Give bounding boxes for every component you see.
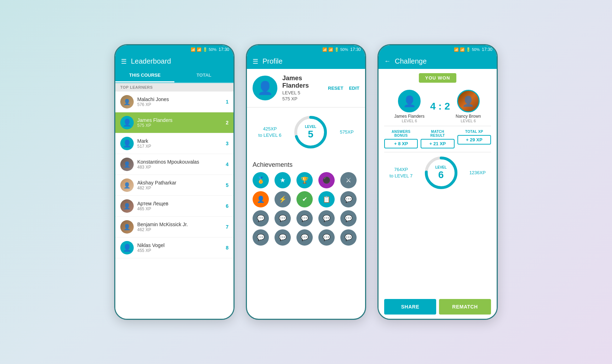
learner-info: Akshay Patharkar 482 XP <box>137 180 222 190</box>
status-bar-1: 📶 📶 🔋 50% 17:30 <box>115 45 233 54</box>
learner-rank: 5 <box>226 182 229 188</box>
status-icons-3: 📶 📶 🔋 50% <box>454 47 480 52</box>
banner-row: YOU WON <box>379 69 497 87</box>
achievement-icon: ⚫ <box>318 172 335 188</box>
xp-to-next: 425XP to LEVEL 6 <box>258 126 281 139</box>
bonus-total: TOTAL XP + 29 XP <box>457 130 491 148</box>
achievement-icon: 💬 <box>253 210 269 227</box>
learner-info: Niklas Vogel 455 XP <box>137 242 222 253</box>
learner-info: Артем Лещев 465 XP <box>137 201 222 211</box>
profile-name: James Flanders <box>282 75 323 89</box>
challenge-content: YOU WON 👤 James Flanders LEVEL 6 4 : 2 👤… <box>379 69 497 319</box>
achievement-icon: 💬 <box>318 229 335 246</box>
tab-total[interactable]: TOTAL <box>174 69 233 82</box>
status-bar-2: 📶 📶 🔋 50% 17:30 <box>247 45 365 54</box>
learner-rank: 7 <box>226 224 229 230</box>
learner-item[interactable]: 👤 Артем Лещев 465 XP 6 <box>115 196 233 217</box>
status-time-1: 17:30 <box>219 47 229 52</box>
top-bar-1: ☰ Leaderboard <box>115 54 233 69</box>
back-icon[interactable]: ← <box>384 58 391 65</box>
spacer <box>379 193 497 295</box>
achievements-grid: 🏅 ★ 🏆 ⚫ ⚔ 👤 ⚡ ✔ 📋 💬 💬 💬 💬 💬 💬 💬 💬 <box>253 172 359 246</box>
hamburger-icon-2[interactable]: ☰ <box>253 58 258 65</box>
achievement-icon: 🏆 <box>296 172 313 188</box>
status-time-3: 17:30 <box>482 47 492 52</box>
avatar: 👤 <box>120 178 134 192</box>
status-icons-2: 📶 📶 🔋 50% <box>322 47 348 52</box>
leaderboard-tabs: THIS COURSE TOTAL <box>115 69 233 83</box>
rematch-button[interactable]: REMATCH <box>439 299 491 315</box>
player1-level: LEVEL 6 <box>394 119 425 123</box>
achievement-icon: 📋 <box>318 191 335 207</box>
profile-avatar: 👤 <box>253 76 277 100</box>
phone-challenge: 📶 📶 🔋 50% 17:30 ← Challenge YOU WON 👤 Ja… <box>377 44 498 320</box>
achievement-icon: 💬 <box>296 210 313 227</box>
bonus-match-label: MATCHRESULT <box>421 130 454 137</box>
achievement-icon: 💬 <box>340 210 357 227</box>
challenge-xp-to-next: 764XP to LEVEL 7 <box>389 166 412 179</box>
tab-this-course[interactable]: THIS COURSE <box>115 69 174 82</box>
level-circle: LEVEL 5 <box>293 115 328 150</box>
player1-name: James Flanders <box>394 114 425 119</box>
learner-name: Niklas Vogel <box>137 242 222 248</box>
avatar-me: 👤 <box>120 116 134 129</box>
profile-actions: RESET EDIT <box>328 86 359 91</box>
achievement-icon: ⚡ <box>275 191 291 207</box>
learner-info: Konstantinos Mpoukouvalas 483 XP <box>137 159 222 170</box>
vs-score: 4 : 2 <box>430 101 450 112</box>
learner-xp-me: 575 XP <box>137 123 222 128</box>
achievement-icon: 💬 <box>340 229 357 246</box>
achievements-section: Achievements 🏅 ★ 🏆 ⚫ ⚔ 👤 ⚡ ✔ 📋 💬 💬 💬 💬 💬 <box>247 157 365 319</box>
xp-section: 425XP to LEVEL 6 LEVEL 5 575XP <box>247 107 365 157</box>
learner-item[interactable]: 👤 Benjamin McKissick Jr. 462 XP 7 <box>115 217 233 237</box>
learner-item[interactable]: 👤 Niklas Vogel 455 XP 8 <box>115 237 233 258</box>
learner-name: Konstantinos Mpoukouvalas <box>137 159 222 165</box>
avatar: 👤 <box>120 241 134 254</box>
top-bar-2: ☰ Profile <box>247 54 365 69</box>
challenge-level-circle: LEVEL 6 <box>423 155 459 190</box>
learner-item[interactable]: 👤 Malachi Jones 576 XP 1 <box>115 92 233 112</box>
reset-button[interactable]: RESET <box>328 86 343 91</box>
learner-item[interactable]: 👤 Konstantinos Mpoukouvalas 483 XP 4 <box>115 154 233 175</box>
learner-xp: 462 XP <box>137 227 222 232</box>
avatar: 👤 <box>120 95 134 108</box>
bonus-answers-value: + 8 XP <box>384 139 418 148</box>
share-button[interactable]: SHARE <box>384 299 436 315</box>
avatar: 👤 <box>120 137 134 150</box>
learner-xp: 483 XP <box>137 165 222 170</box>
leaderboard-title: Leaderboard <box>131 57 171 65</box>
achievement-icon: 💬 <box>296 229 313 246</box>
achievement-icon: ⚔ <box>340 172 357 188</box>
achievement-icon: 💬 <box>253 229 269 246</box>
status-icons-1: 📶 📶 🔋 50% <box>191 47 216 52</box>
learner-item[interactable]: 👤 Mark 517 XP 3 <box>115 133 233 154</box>
edit-button[interactable]: EDIT <box>349 86 359 91</box>
profile-title: Profile <box>262 57 283 65</box>
avatar: 👤 <box>120 199 134 213</box>
player2-level: LEVEL 6 <box>456 119 481 123</box>
profile-details: James Flanders LEVEL 5 575 XP <box>282 75 323 101</box>
hamburger-icon-1[interactable]: ☰ <box>121 58 127 65</box>
circle-label: LEVEL 5 <box>305 125 316 140</box>
status-time-2: 17:30 <box>350 47 361 52</box>
player2-name: Nancy Brown <box>456 114 481 119</box>
profile-level: LEVEL 5 <box>282 90 323 95</box>
learner-item[interactable]: 👤 Akshay Patharkar 482 XP 5 <box>115 175 233 196</box>
player1-avatar: 👤 <box>398 90 421 112</box>
challenge-xp-section: 764XP to LEVEL 7 LEVEL 6 1236XP <box>379 152 497 193</box>
learner-name: Akshay Patharkar <box>137 180 222 186</box>
avatar: 👤 <box>120 220 134 234</box>
learner-list: 👤 Malachi Jones 576 XP 1 👤 James Flander… <box>115 92 233 319</box>
achievement-icon: ✔ <box>296 191 313 207</box>
challenge-title: Challenge <box>395 57 427 65</box>
achievement-icon: 💬 <box>340 191 357 207</box>
bonus-answers-label: ANSWERSBONUS <box>384 130 418 137</box>
section-top-learners: TOP LEARNERS <box>115 83 233 92</box>
top-bar-3: ← Challenge <box>379 54 497 69</box>
learner-item-me[interactable]: 👤 James Flanders 575 XP 2 <box>115 112 233 133</box>
player2-avatar: 👤 <box>457 90 480 112</box>
learner-info: Benjamin McKissick Jr. 462 XP <box>137 222 222 232</box>
player1-block: 👤 James Flanders LEVEL 6 <box>394 90 425 123</box>
learner-name: Malachi Jones <box>137 96 222 102</box>
learner-name: Артем Лещев <box>137 201 222 206</box>
